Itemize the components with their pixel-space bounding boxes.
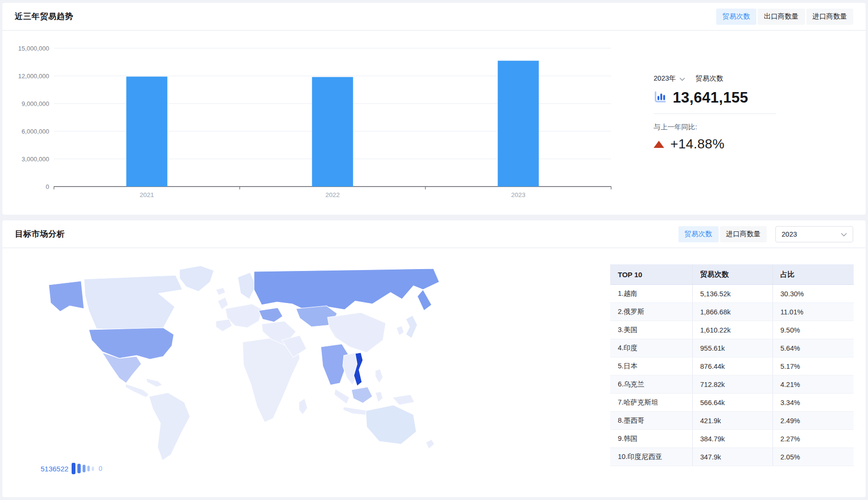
table-row[interactable]: 6.乌克兰712.82k4.21% [610,375,854,394]
country-cell: 9.韩国 [610,430,692,448]
share-cell: 5.17% [773,357,854,375]
country-cell: 8.墨西哥 [610,412,692,430]
map-region-iceland[interactable] [216,288,225,295]
country-cell: 5.日本 [610,357,692,375]
value-cell: 566.64k [692,394,773,412]
country-cell: 3.美国 [610,321,692,339]
world-map [38,265,444,463]
chevron-down-icon [679,77,685,81]
triangle-up-icon [654,141,664,148]
bar-2022[interactable] [312,77,353,187]
legend-min-label: 0 [98,465,102,472]
market-card-header: 目标市场分析 贸易次数 进口商数量 2023 [2,220,866,248]
table-header-cell: 占比 [773,264,854,285]
country-cell: 7.哈萨克斯坦 [610,394,692,412]
stat-divider [654,114,776,114]
map-region-new-guinea[interactable] [392,395,414,405]
year-select-value: 2023 [782,230,797,238]
table-row[interactable]: 4.印度955.61k5.64% [610,339,854,357]
table-row[interactable]: 8.墨西哥421.9k2.49% [610,412,854,430]
tab-importer-count[interactable]: 进口商数量 [806,9,854,25]
market-card: 目标市场分析 贸易次数 进口商数量 2023 [2,220,866,497]
tab-market-trade-count[interactable]: 贸易次数 [678,226,719,242]
value-cell: 876.44k [692,357,773,375]
map-region-uk[interactable] [218,297,228,310]
bar-2021[interactable] [127,77,168,187]
map-region-sumatra[interactable] [334,389,349,404]
value-cell: 347.9k [692,448,773,466]
share-cell: 4.21% [773,375,854,394]
stat-yoy-label: 与上一年同比: [654,123,779,132]
top10-table-head: TOP 10贸易次数占比 [610,264,854,285]
table-header-cell: 贸易次数 [692,264,773,285]
bar-2023[interactable] [498,61,539,187]
x-axis-category-label: 2021 [139,191,154,198]
table-row[interactable]: 9.韩国384.79k2.27% [610,430,854,448]
map-region-canada[interactable] [84,275,182,331]
trend-bar-chart: 03,000,0006,000,0009,000,00012,000,00015… [12,36,618,205]
trend-metric-tabs: 贸易次数 出口商数量 进口商数量 [715,9,853,25]
map-region-cuba[interactable] [146,378,162,387]
y-axis-tick-label: 0 [46,183,49,190]
share-cell: 11.01% [773,303,854,321]
x-axis-category-label: 2023 [511,191,525,198]
trend-section-title: 近三年贸易趋势 [15,11,74,22]
value-cell: 1,866.68k [692,303,773,321]
legend-gradient-bar [83,465,85,472]
map-legend: 5136522 0 [41,463,102,474]
table-row[interactable]: 2.俄罗斯1,866.68k11.01% [610,303,854,321]
map-region-philippines[interactable] [375,369,383,383]
legend-max-label: 5136522 [41,465,68,473]
share-cell: 3.34% [773,394,854,412]
map-region-australia[interactable] [366,405,416,444]
map-region-usa[interactable] [89,328,174,359]
table-row[interactable]: 7.哈萨克斯坦566.64k3.34% [610,394,854,412]
stat-year-selector[interactable]: 2023年 [654,74,676,83]
country-cell: 6.乌克兰 [610,375,692,394]
value-cell: 421.9k [692,412,773,430]
country-cell: 10.印度尼西亚 [610,448,692,466]
table-row[interactable]: 1.越南5,136.52k30.30% [610,285,854,303]
y-axis-tick-label: 12,000,000 [18,73,49,80]
table-row[interactable]: 3.美国1,610.22k9.50% [610,321,854,339]
tab-trade-count[interactable]: 贸易次数 [716,9,756,25]
legend-gradient-bar [72,463,75,474]
table-header-cell: TOP 10 [610,264,692,285]
map-region-spain[interactable] [216,319,232,332]
country-cell: 4.印度 [610,339,692,357]
map-region-sulawesi[interactable] [375,392,383,402]
share-cell: 2.49% [773,412,854,430]
map-region-kamchatka[interactable] [417,290,432,311]
map-region-greenland[interactable] [180,266,214,292]
map-region-scandinavia[interactable] [238,272,256,299]
value-cell: 955.61k [692,339,773,357]
tab-market-importer-count[interactable]: 进口商数量 [720,226,767,242]
table-row[interactable]: 5.日本876.44k5.17% [610,357,854,375]
map-region-new-zealand[interactable] [426,439,434,449]
top10-table: TOP 10贸易次数占比 1.越南5,136.52k30.30%2.俄罗斯1,8… [610,264,854,466]
map-region-borneo[interactable] [351,387,372,403]
trend-card-header: 近三年贸易趋势 贸易次数 出口商数量 进口商数量 [2,3,866,31]
share-cell: 2.05% [773,448,854,466]
y-axis-tick-label: 3,000,000 [21,156,49,163]
year-select[interactable]: 2023 [775,226,853,242]
stat-value: 13,641,155 [673,89,748,106]
map-region-south-america[interactable] [149,393,190,460]
map-region-central-america[interactable] [125,384,149,397]
legend-gradient-bar [92,467,94,471]
trend-card: 近三年贸易趋势 贸易次数 出口商数量 进口商数量 03,000,0006,000… [2,3,866,215]
map-region-korea[interactable] [396,326,404,335]
value-cell: 384.79k [692,430,773,448]
table-row[interactable]: 10.印度尼西亚347.9k2.05% [610,448,854,466]
stat-yoy-value: +14.88% [670,136,724,152]
map-region-alaska[interactable] [49,281,84,312]
map-region-japan[interactable] [406,315,417,338]
tab-exporter-count[interactable]: 出口商数量 [758,9,805,25]
map-region-madagascar[interactable] [299,398,307,415]
bar-chart-icon [654,90,667,105]
trend-stat-panel: 2023年 贸易次数 13,641,155 与上一年同比: +14.88% [654,74,779,152]
legend-gradient-bar [87,466,90,471]
value-cell: 712.82k [692,375,773,394]
map-region-russia[interactable] [254,269,439,312]
map-region-ukraine[interactable] [259,308,283,322]
